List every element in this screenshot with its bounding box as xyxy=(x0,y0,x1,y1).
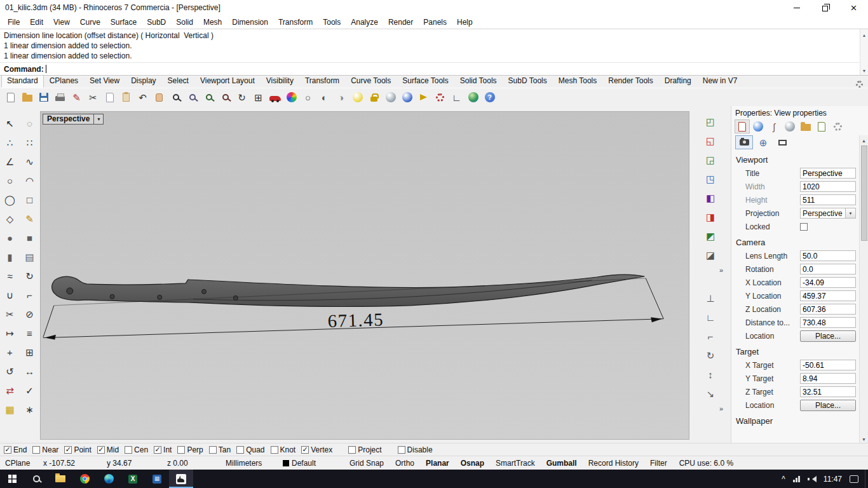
menu-item[interactable]: Analyze xyxy=(346,17,383,28)
close-button[interactable] xyxy=(839,0,868,15)
select-pointer-icon[interactable]: ↖ xyxy=(3,116,18,130)
rotate-icon[interactable]: ↺ xyxy=(3,364,18,378)
cut-icon[interactable]: ✂ xyxy=(85,90,101,105)
checkbox[interactable] xyxy=(236,446,244,454)
properties-tab-icon[interactable] xyxy=(735,120,749,133)
status-toggle[interactable]: Ortho xyxy=(390,459,420,468)
open-file-icon[interactable] xyxy=(19,90,35,105)
edge-icon[interactable] xyxy=(97,470,121,488)
polygon-icon[interactable]: ◇ xyxy=(3,212,18,226)
materials-tab-icon[interactable] xyxy=(751,120,765,133)
checkbox[interactable] xyxy=(348,446,356,454)
isometric-view-icon[interactable]: ◱ xyxy=(703,133,718,148)
status-cell[interactable]: CPlane xyxy=(0,459,38,468)
checkbox[interactable] xyxy=(97,446,105,454)
undo-icon[interactable]: ↶ xyxy=(135,90,151,105)
file-explorer-icon[interactable] xyxy=(48,470,72,488)
status-toggle[interactable]: Gumball xyxy=(541,459,583,468)
display-options-icon[interactable] xyxy=(283,90,299,105)
y-target-input[interactable] xyxy=(800,373,856,384)
osnap-toggle[interactable]: Tan xyxy=(209,445,231,454)
osnap-toggle[interactable]: Mid xyxy=(97,445,119,454)
perspective-viewport[interactable]: Perspective xyxy=(40,111,689,440)
menu-item[interactable]: Dimension xyxy=(227,17,273,28)
print-icon[interactable] xyxy=(52,90,68,105)
z-target-input[interactable] xyxy=(800,386,856,397)
osnap-toggle[interactable]: Disable xyxy=(398,445,433,454)
menu-item[interactable]: File xyxy=(3,17,25,28)
menu-item[interactable]: Solid xyxy=(171,17,198,28)
osnap-toggle[interactable]: Point xyxy=(64,445,91,454)
menu-item[interactable]: Surface xyxy=(105,17,142,28)
viewport-subtab-icon[interactable] xyxy=(773,135,791,149)
front-view-icon[interactable]: ◳ xyxy=(703,171,718,186)
command-scrollbar[interactable] xyxy=(860,29,868,75)
show-desktop-button[interactable] xyxy=(865,470,868,488)
annotate-icon[interactable]: ✎ xyxy=(69,90,85,105)
toolbar-tab[interactable]: Curve Tools xyxy=(345,74,397,88)
toolbar-tab[interactable]: Standard xyxy=(1,74,44,88)
wireframe-display-icon[interactable]: ○ xyxy=(300,90,316,105)
lasso-select-icon[interactable]: ◌ xyxy=(22,116,37,130)
projection-select[interactable]: Perspective xyxy=(800,208,856,219)
pan-icon[interactable] xyxy=(151,90,167,105)
cplane-object-icon[interactable]: ⌐ xyxy=(703,329,718,344)
restore-button[interactable] xyxy=(811,0,839,15)
checkbox[interactable] xyxy=(125,446,132,454)
copy-icon[interactable] xyxy=(102,90,118,105)
copy-tool-icon[interactable]: ⊞ xyxy=(22,345,37,359)
zoom-selected-icon[interactable] xyxy=(217,90,233,105)
menu-item[interactable]: Curve xyxy=(75,17,105,28)
offset-icon[interactable]: ≡ xyxy=(22,326,37,340)
revolve-icon[interactable]: ↻ xyxy=(22,269,37,283)
ghosted-display-icon[interactable]: ◑ xyxy=(333,90,349,105)
curve-icon[interactable]: ∿ xyxy=(22,154,37,168)
dimension-text[interactable]: 671.45 xyxy=(327,309,384,331)
toolbar-overflow-chevron[interactable] xyxy=(719,266,723,274)
zoom-extents-icon[interactable] xyxy=(201,90,217,105)
cplane-origin-icon[interactable]: ⊥ xyxy=(703,290,718,306)
help-icon[interactable]: ? xyxy=(482,90,498,105)
rhino-icon[interactable] xyxy=(169,470,193,488)
trim-icon[interactable]: ✂ xyxy=(3,307,18,321)
viewport-menu-button[interactable] xyxy=(94,114,104,125)
back-view-icon[interactable]: ◨ xyxy=(703,209,718,224)
pencil-curve-icon[interactable]: ✎ xyxy=(22,212,37,226)
osnap-toggle[interactable]: Quad xyxy=(236,445,264,454)
toolbar-tab[interactable]: Viewport Layout xyxy=(194,74,261,88)
status-toggle[interactable]: Filter xyxy=(644,459,673,468)
checkbox[interactable] xyxy=(301,446,309,454)
cplane-vertical-icon[interactable]: ↕ xyxy=(703,367,718,382)
explode-icon[interactable]: ∗ xyxy=(22,402,37,416)
status-toggle[interactable]: Grid Snap xyxy=(344,459,390,468)
chevron-down-icon[interactable] xyxy=(845,208,855,218)
view-properties-subtab-icon[interactable] xyxy=(735,135,753,149)
chamfer-icon[interactable]: ⌐ xyxy=(22,288,37,302)
paste-icon[interactable] xyxy=(118,90,134,105)
volume-icon[interactable] xyxy=(808,475,816,483)
render-preview-icon[interactable] xyxy=(416,90,431,105)
y-location-input[interactable] xyxy=(800,290,856,301)
toolbar-tab[interactable]: Drafting xyxy=(659,74,697,88)
extend-icon[interactable]: ↦ xyxy=(3,326,18,340)
chrome-icon[interactable] xyxy=(72,470,97,488)
x-target-input[interactable] xyxy=(800,360,856,370)
osnap-toggle[interactable]: Perp xyxy=(177,445,203,454)
libraries-tab-icon[interactable] xyxy=(799,120,813,133)
start-button[interactable] xyxy=(0,470,24,488)
network-icon[interactable] xyxy=(793,476,800,482)
excel-icon[interactable] xyxy=(121,470,145,488)
rectangle-icon[interactable]: □ xyxy=(22,193,37,207)
circle-icon[interactable]: ○ xyxy=(3,173,18,187)
scroll-down-icon[interactable] xyxy=(862,65,867,74)
target-place-button[interactable]: Place... xyxy=(800,400,856,411)
scroll-up-icon[interactable] xyxy=(862,135,866,144)
checkbox[interactable] xyxy=(209,446,217,454)
viewport-title[interactable]: Perspective xyxy=(43,114,94,125)
display-subtab-icon[interactable]: ⊕ xyxy=(754,135,772,149)
viewport-canvas[interactable]: 671.45 xyxy=(41,112,689,439)
rotation-input[interactable] xyxy=(800,264,856,274)
zoom-dynamic-icon[interactable] xyxy=(168,90,184,105)
toolbar-tab[interactable]: Visibility xyxy=(261,74,299,88)
osnap-toggle[interactable]: Near xyxy=(32,445,58,454)
